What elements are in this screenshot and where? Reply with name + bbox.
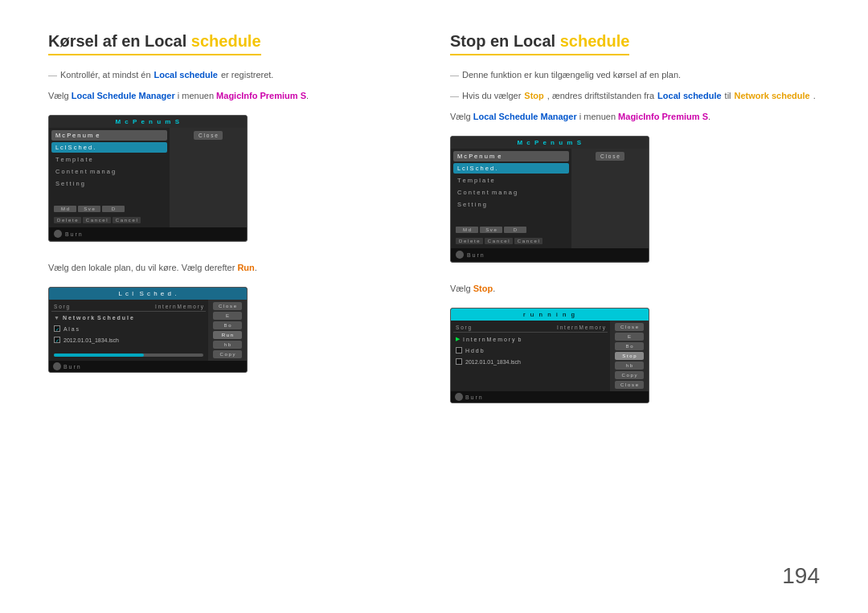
- left-screen1-menu: M c P e n u m e L c l S c h e d . T e m …: [49, 128, 170, 227]
- right-screen2-footer-text: B u r n: [465, 394, 482, 400]
- left-screen1-body: M c P e n u m e L c l S c h e d . T e m …: [49, 128, 247, 227]
- btn-cancel2[interactable]: C a n c e l: [113, 217, 141, 223]
- btn-d[interactable]: D: [102, 206, 125, 212]
- btn-sve[interactable]: S v e: [78, 206, 100, 212]
- r-checkbox-hdd[interactable]: [456, 347, 462, 353]
- r-btn-d[interactable]: D: [504, 227, 526, 233]
- file-network-folder: ▼ N e t w o r k S c h e d u l e: [51, 313, 206, 322]
- file-header: S o r g I n t e r n M e m o r y: [51, 302, 206, 312]
- btn-hb[interactable]: h b: [213, 341, 242, 349]
- btn-cancel1[interactable]: C a n c e l: [83, 217, 111, 223]
- r-btn-close-top[interactable]: C l o s e: [615, 323, 644, 331]
- right-screen1: M c P e n u m S M c P e n u m e L c l S …: [450, 136, 649, 263]
- r-btn-close-bot[interactable]: C l o s e: [615, 381, 644, 389]
- page-number: 194: [782, 563, 820, 589]
- r-btn-cancel1[interactable]: C a n c e l: [485, 238, 513, 244]
- menu-item-premium: M c P e n u m e: [51, 130, 167, 141]
- left-instruction-2: Vælg den lokale plan, du vil køre. Vælg …: [48, 263, 418, 272]
- r-btn-sve[interactable]: S v e: [480, 227, 502, 233]
- btn-run[interactable]: R u n: [213, 331, 242, 339]
- right-screen2-topbar: r u n n i n g: [451, 309, 649, 321]
- r-btn-bo[interactable]: B o: [615, 342, 644, 350]
- r-btn-cancel2[interactable]: C a n c e l: [514, 238, 542, 244]
- right-screen2-files: S o r g I n t e r n M e m o r y ▶ I n t …: [451, 321, 610, 391]
- r-file-header: S o r g I n t e r n M e m o r y: [453, 323, 608, 333]
- menu-item-local-sched: L c l S c h e d .: [51, 142, 167, 153]
- btn-close-s1[interactable]: C l o s e: [194, 131, 223, 140]
- two-column-layout: Kørsel af en Local schedule Kontrollér, …: [48, 32, 820, 581]
- left-title-part1: Kørsel af en Local: [48, 32, 191, 50]
- right-note-2: Hvis du vælger Stop, ændres driftstilsta…: [450, 91, 820, 100]
- r-menu-item-local-sched: L c l S c h e d .: [453, 163, 569, 174]
- left-note-bold: Local schedule: [154, 70, 218, 80]
- r-btn-stop[interactable]: S t o p: [615, 352, 644, 360]
- file-item-lsch: 2012.01.01_1834.lsch: [51, 335, 206, 345]
- right-screen1-body: M c P e n u m e L c l S c h e d . T e m …: [451, 149, 649, 248]
- left-screen2: L c l S c h e d . S o r g I n t e r n M …: [48, 287, 248, 373]
- right-instruction-1: Vælg Local Schedule Manager i menuen Mag…: [450, 112, 820, 121]
- btn-delete[interactable]: D e l e t e: [54, 217, 81, 223]
- r-back-icon-s2: [455, 393, 463, 401]
- left-screen2-btns: C l o s e E B o R u n h b C o p y: [208, 300, 247, 361]
- play-indicator: ▶: [456, 336, 460, 342]
- menu-item-content: C o n t e n t m a n a g: [51, 166, 167, 177]
- r-menu-item-template: T e m p l a t e: [453, 175, 569, 186]
- left-screen1-btn-row1: M d S v e D: [51, 204, 167, 214]
- right-screen2-btns: C l o s e E B o S t o p h b C o p y C l …: [610, 321, 649, 391]
- checkbox-alas[interactable]: [54, 325, 60, 332]
- right-title-part1: Stop en Local: [450, 32, 560, 50]
- left-screen2-footer-text: B u r n: [63, 364, 80, 370]
- file-progress-inner: [54, 353, 144, 357]
- left-screen1: M c P e n u m S M c P e n u m e L c l S …: [48, 115, 248, 242]
- right-screen1-btn-row2: D e l e t e C a n c e l C a n c e l: [453, 236, 569, 246]
- right-screen2-body: S o r g I n t e r n M e m o r y ▶ I n t …: [451, 321, 649, 391]
- r-btn-delete[interactable]: D e l e t e: [456, 238, 483, 244]
- right-section-title: Stop en Local schedule: [450, 32, 820, 62]
- btn-md[interactable]: M d: [54, 206, 76, 212]
- left-instruction-1: Vælg Local Schedule Manager i menuen Mag…: [48, 91, 418, 100]
- btn-copy[interactable]: C o p y: [213, 350, 242, 358]
- checkbox-lsch[interactable]: [54, 337, 60, 343]
- left-section-title: Kørsel af en Local schedule: [48, 32, 418, 62]
- r-btn-close-s1[interactable]: C l o s e: [596, 152, 624, 161]
- right-screen1-menu: M c P e n u m e L c l S c h e d . T e m …: [451, 149, 571, 248]
- r-btn-md[interactable]: M d: [456, 227, 478, 233]
- right-title: Stop en Local schedule: [450, 32, 629, 55]
- page-container: Kørsel af en Local schedule Kontrollér, …: [0, 0, 868, 613]
- left-title: Kørsel af en Local schedule: [48, 32, 261, 55]
- right-screen2: r u n n i n g S o r g I n t e r n M e m …: [450, 308, 649, 403]
- network-schedule-text: Network schedule: [735, 91, 810, 100]
- right-note-1: Denne funktion er kun tilgængelig ved kø…: [450, 70, 820, 80]
- left-screen2-footer: B u r n: [49, 361, 247, 372]
- r-checkbox-lsch[interactable]: [456, 358, 462, 365]
- file-item-alas: A l a s: [51, 324, 206, 333]
- r-menu-item-setting: S e t t i n g: [453, 199, 569, 210]
- r-btn-e[interactable]: E: [615, 333, 644, 341]
- right-note1-text: Denne funktion er kun tilgængelig ved kø…: [462, 70, 681, 80]
- r-file-hdd: H d d b: [453, 345, 608, 355]
- r-btn-copy[interactable]: C o p y: [615, 371, 644, 379]
- left-screen1-footer-text: B u r n: [65, 231, 82, 237]
- left-screen2-files: S o r g I n t e r n M e m o r y ▼ N e t …: [49, 300, 208, 361]
- right-screen1-btn-row1: M d S v e D: [453, 225, 569, 235]
- right-screen2-wrapper: r u n n i n g S o r g I n t e r n M e m …: [450, 308, 820, 403]
- right-screen1-wrapper: M c P e n u m S M c P e n u m e L c l S …: [450, 136, 820, 272]
- right-screen1-sidebar: C l o s e: [571, 149, 649, 248]
- right-title-part2: schedule: [560, 32, 630, 50]
- btn-close-f[interactable]: C l o s e: [213, 302, 242, 310]
- left-screen1-wrapper: M c P e n u m S M c P e n u m e L c l S …: [48, 115, 418, 251]
- right-screen1-footer-text: B u r n: [467, 252, 484, 258]
- left-title-part2: schedule: [191, 32, 261, 50]
- r-btn-hb[interactable]: h b: [615, 362, 644, 370]
- right-screen1-footer: B u r n: [451, 248, 649, 261]
- left-column: Kørsel af en Local schedule Kontrollér, …: [48, 32, 418, 581]
- back-icon-s2: [53, 362, 61, 370]
- btn-e[interactable]: E: [213, 312, 242, 320]
- left-note-rest: er registreret.: [221, 70, 273, 80]
- left-screen1-sidebar: C l o s e: [170, 128, 247, 227]
- right-screen1-topbar: M c P e n u m S: [451, 137, 649, 149]
- left-screen2-wrapper: L c l S c h e d . S o r g I n t e r n M …: [48, 287, 418, 373]
- btn-bo[interactable]: B o: [213, 321, 242, 329]
- r-file-playing: ▶ I n t e r n M e m o r y b: [453, 334, 608, 344]
- right-column: Stop en Local schedule Denne funktion er…: [450, 32, 820, 581]
